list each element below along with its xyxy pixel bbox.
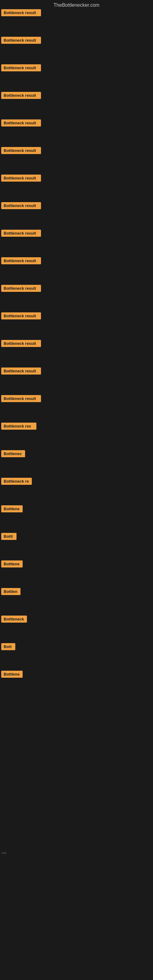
list-item[interactable]: Bottleneck result	[1, 368, 41, 375]
bottleneck-badge: Bottleneck result	[1, 119, 41, 126]
list-item[interactable]: Bottleneck result	[1, 340, 41, 347]
list-item[interactable]: Bottleneck result	[1, 119, 41, 126]
bottleneck-badge: Bottleneck result	[1, 37, 41, 44]
bottleneck-badge: Bottleneck result	[1, 368, 41, 375]
bottleneck-badge: Bottleneck res	[1, 423, 37, 430]
page-container: TheBottlenecker.com Bottleneck result Bo…	[0, 0, 153, 980]
list-item[interactable]: Bottleneck re	[1, 478, 32, 485]
bottleneck-badge: Bottleneck result	[1, 312, 41, 320]
list-item[interactable]: Bottleneck result	[1, 285, 41, 292]
list-item[interactable]: Bottleneck result	[1, 37, 41, 44]
list-item[interactable]: Bottleneck result	[1, 92, 41, 99]
bottleneck-badge: Bottleneck result	[1, 175, 41, 181]
bottleneck-badge: Bottleneck	[1, 616, 27, 623]
bottleneck-badge: Bottleneck result	[1, 64, 41, 72]
list-item[interactable]: Bottleneck res	[1, 423, 37, 430]
list-item[interactable]: Bottleneck result	[1, 395, 41, 402]
bottleneck-badge: Bottl	[1, 533, 16, 540]
list-item[interactable]: Bottlene	[1, 671, 22, 678]
bottleneck-badge: Bottleneck result	[1, 202, 41, 209]
bottleneck-badge: Bottlenec	[1, 450, 25, 457]
bottleneck-badge: Bottleneck result	[1, 147, 41, 154]
bottleneck-badge: Bottlene	[1, 671, 22, 678]
list-item[interactable]: Bottl	[1, 533, 16, 540]
list-item[interactable]: Bottlen	[1, 588, 21, 595]
list-item[interactable]: Bottlene	[1, 560, 22, 568]
list-item[interactable]: Bottleneck result	[1, 64, 41, 72]
bottom-note: note	[1, 851, 7, 854]
list-item[interactable]: Bottleneck result	[1, 147, 41, 154]
list-item[interactable]: Bottleneck result	[1, 230, 41, 237]
bottleneck-badge: Bottleneck result	[1, 340, 41, 347]
bottleneck-badge: Bottleneck result	[1, 257, 41, 264]
list-item[interactable]: Bottleneck result	[1, 202, 41, 209]
bottleneck-badge: Bottleneck result	[1, 230, 41, 237]
bottleneck-badge: Bottleneck result	[1, 395, 41, 402]
bottleneck-badge: Bottleneck result	[1, 9, 41, 16]
list-item[interactable]: Bott	[1, 643, 15, 650]
bottleneck-badge: Bottlene	[1, 560, 22, 568]
bottleneck-badge: Bottleneck result	[1, 285, 41, 292]
bottleneck-badge: Bottleneck result	[1, 92, 41, 99]
list-item[interactable]: Bottleneck result	[1, 257, 41, 264]
list-item[interactable]: Bottleneck	[1, 616, 27, 623]
list-item[interactable]: Bottlene	[1, 505, 22, 512]
list-item[interactable]: Bottleneck result	[1, 175, 41, 181]
list-item[interactable]: Bottleneck result	[1, 9, 41, 16]
list-item[interactable]: Bottleneck result	[1, 312, 41, 320]
bottleneck-badge: Bottlen	[1, 588, 21, 595]
bottleneck-badge: Bottleneck re	[1, 478, 32, 485]
bottleneck-badge: Bottlene	[1, 505, 22, 512]
bottleneck-badge: Bott	[1, 643, 15, 650]
list-item[interactable]: Bottlenec	[1, 450, 25, 457]
